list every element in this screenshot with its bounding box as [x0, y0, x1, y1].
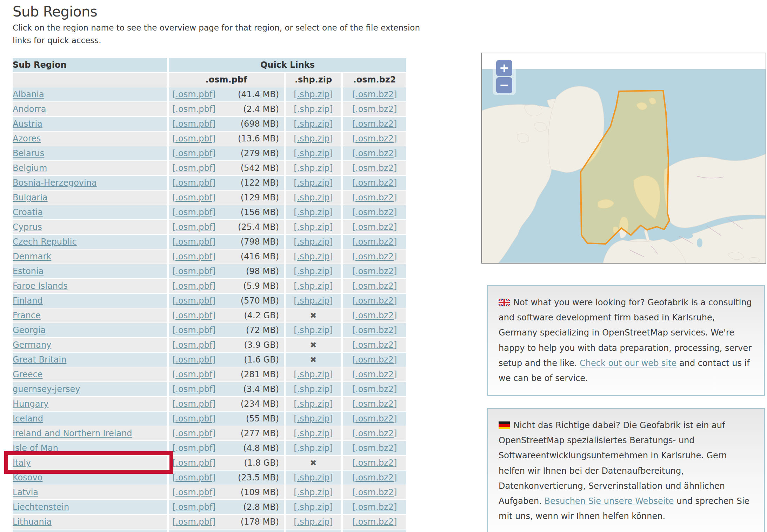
- osm-bz2-link[interactable]: [.osm.bz2]: [352, 193, 397, 202]
- osm-bz2-link[interactable]: [.osm.bz2]: [352, 178, 397, 188]
- shp-zip-link[interactable]: [.shp.zip]: [294, 384, 333, 394]
- osm-bz2-link[interactable]: [.osm.bz2]: [352, 414, 397, 424]
- region-link[interactable]: Ireland and Northern Ireland: [13, 428, 132, 438]
- region-link[interactable]: Isle of Man: [13, 443, 58, 453]
- region-link[interactable]: Bulgaria: [13, 193, 48, 202]
- shp-zip-link[interactable]: [.shp.zip]: [294, 473, 333, 483]
- region-link[interactable]: Georgia: [13, 325, 46, 335]
- region-link[interactable]: Belgium: [13, 163, 47, 173]
- osm-pbf-link[interactable]: [.osm.pbf]: [172, 458, 215, 468]
- region-link[interactable]: Iceland: [13, 414, 43, 424]
- osm-pbf-link[interactable]: [.osm.pbf]: [172, 370, 215, 379]
- osm-bz2-link[interactable]: [.osm.bz2]: [352, 428, 397, 438]
- osm-pbf-link[interactable]: [.osm.pbf]: [172, 266, 215, 276]
- osm-pbf-link[interactable]: [.osm.pbf]: [172, 414, 215, 424]
- osm-bz2-link[interactable]: [.osm.bz2]: [352, 281, 397, 291]
- shp-zip-link[interactable]: [.shp.zip]: [294, 237, 333, 247]
- shp-zip-link[interactable]: [.shp.zip]: [294, 443, 333, 453]
- osm-bz2-link[interactable]: [.osm.bz2]: [352, 325, 397, 335]
- region-link[interactable]: Kosovo: [13, 473, 42, 483]
- region-link[interactable]: Liechtenstein: [13, 502, 69, 512]
- osm-bz2-link[interactable]: [.osm.bz2]: [352, 458, 397, 468]
- shp-zip-link[interactable]: [.shp.zip]: [294, 134, 333, 144]
- region-link[interactable]: Estonia: [13, 266, 44, 276]
- osm-bz2-link[interactable]: [.osm.bz2]: [352, 473, 397, 483]
- region-link[interactable]: Cyprus: [13, 222, 42, 232]
- shp-zip-link[interactable]: [.shp.zip]: [294, 517, 333, 527]
- osm-bz2-link[interactable]: [.osm.bz2]: [352, 370, 397, 379]
- shp-zip-link[interactable]: [.shp.zip]: [294, 325, 333, 335]
- region-link[interactable]: Azores: [13, 134, 41, 144]
- osm-bz2-link[interactable]: [.osm.bz2]: [352, 207, 397, 217]
- english-website-link[interactable]: Check out our web site: [580, 358, 676, 368]
- osm-pbf-link[interactable]: [.osm.pbf]: [172, 163, 215, 173]
- osm-pbf-link[interactable]: [.osm.pbf]: [172, 237, 215, 247]
- osm-pbf-link[interactable]: [.osm.pbf]: [172, 148, 215, 158]
- osm-pbf-link[interactable]: [.osm.pbf]: [172, 502, 215, 512]
- osm-pbf-link[interactable]: [.osm.pbf]: [172, 517, 215, 527]
- osm-pbf-link[interactable]: [.osm.pbf]: [172, 222, 215, 232]
- osm-bz2-link[interactable]: [.osm.bz2]: [352, 443, 397, 453]
- osm-bz2-link[interactable]: [.osm.bz2]: [352, 502, 397, 512]
- shp-zip-link[interactable]: [.shp.zip]: [294, 399, 333, 409]
- osm-pbf-link[interactable]: [.osm.pbf]: [172, 296, 215, 306]
- osm-bz2-link[interactable]: [.osm.bz2]: [352, 296, 397, 306]
- osm-pbf-link[interactable]: [.osm.pbf]: [172, 473, 215, 483]
- region-link[interactable]: guernsey-jersey: [13, 384, 80, 394]
- shp-zip-link[interactable]: [.shp.zip]: [294, 222, 333, 232]
- osm-bz2-link[interactable]: [.osm.bz2]: [352, 237, 397, 247]
- osm-pbf-link[interactable]: [.osm.pbf]: [172, 104, 215, 114]
- osm-bz2-link[interactable]: [.osm.bz2]: [352, 487, 397, 497]
- region-link[interactable]: Germany: [13, 340, 51, 350]
- osm-bz2-link[interactable]: [.osm.bz2]: [352, 222, 397, 232]
- region-link[interactable]: Bosnia-Herzegovina: [13, 178, 97, 188]
- shp-zip-link[interactable]: [.shp.zip]: [294, 370, 333, 379]
- osm-bz2-link[interactable]: [.osm.bz2]: [352, 311, 397, 320]
- region-link[interactable]: Lithuania: [13, 517, 52, 527]
- region-link[interactable]: Greece: [13, 370, 42, 379]
- osm-pbf-link[interactable]: [.osm.pbf]: [172, 428, 215, 438]
- zoom-out-button[interactable]: −: [496, 77, 512, 93]
- shp-zip-link[interactable]: [.shp.zip]: [294, 178, 333, 188]
- osm-bz2-link[interactable]: [.osm.bz2]: [352, 517, 397, 527]
- shp-zip-link[interactable]: [.shp.zip]: [294, 296, 333, 306]
- osm-bz2-link[interactable]: [.osm.bz2]: [352, 340, 397, 350]
- shp-zip-link[interactable]: [.shp.zip]: [294, 207, 333, 217]
- shp-zip-link[interactable]: [.shp.zip]: [294, 193, 333, 202]
- osm-pbf-link[interactable]: [.osm.pbf]: [172, 355, 215, 365]
- shp-zip-link[interactable]: [.shp.zip]: [294, 163, 333, 173]
- osm-pbf-link[interactable]: [.osm.pbf]: [172, 340, 215, 350]
- osm-pbf-link[interactable]: [.osm.pbf]: [172, 311, 215, 320]
- region-link[interactable]: Czech Republic: [13, 237, 77, 247]
- osm-bz2-link[interactable]: [.osm.bz2]: [352, 355, 397, 365]
- shp-zip-link[interactable]: [.shp.zip]: [294, 502, 333, 512]
- osm-pbf-link[interactable]: [.osm.pbf]: [172, 384, 215, 394]
- osm-bz2-link[interactable]: [.osm.bz2]: [352, 89, 397, 99]
- shp-zip-link[interactable]: [.shp.zip]: [294, 428, 333, 438]
- region-link[interactable]: Belarus: [13, 148, 44, 158]
- osm-pbf-link[interactable]: [.osm.pbf]: [172, 399, 215, 409]
- shp-zip-link[interactable]: [.shp.zip]: [294, 119, 333, 129]
- osm-pbf-link[interactable]: [.osm.pbf]: [172, 178, 215, 188]
- osm-pbf-link[interactable]: [.osm.pbf]: [172, 207, 215, 217]
- shp-zip-link[interactable]: [.shp.zip]: [294, 487, 333, 497]
- region-link[interactable]: Andorra: [13, 104, 46, 114]
- osm-bz2-link[interactable]: [.osm.bz2]: [352, 148, 397, 158]
- region-link[interactable]: Croatia: [13, 207, 43, 217]
- osm-bz2-link[interactable]: [.osm.bz2]: [352, 104, 397, 114]
- osm-pbf-link[interactable]: [.osm.pbf]: [172, 89, 215, 99]
- region-link[interactable]: Italy: [13, 458, 31, 468]
- osm-pbf-link[interactable]: [.osm.pbf]: [172, 193, 215, 202]
- shp-zip-link[interactable]: [.shp.zip]: [294, 148, 333, 158]
- shp-zip-link[interactable]: [.shp.zip]: [294, 266, 333, 276]
- osm-pbf-link[interactable]: [.osm.pbf]: [172, 119, 215, 129]
- osm-pbf-link[interactable]: [.osm.pbf]: [172, 443, 215, 453]
- region-link[interactable]: Austria: [13, 119, 42, 129]
- region-link[interactable]: Hungary: [13, 399, 48, 409]
- osm-pbf-link[interactable]: [.osm.pbf]: [172, 487, 215, 497]
- shp-zip-link[interactable]: [.shp.zip]: [294, 89, 333, 99]
- region-link[interactable]: Latvia: [13, 487, 38, 497]
- osm-bz2-link[interactable]: [.osm.bz2]: [352, 266, 397, 276]
- osm-bz2-link[interactable]: [.osm.bz2]: [352, 384, 397, 394]
- osm-pbf-link[interactable]: [.osm.pbf]: [172, 252, 215, 261]
